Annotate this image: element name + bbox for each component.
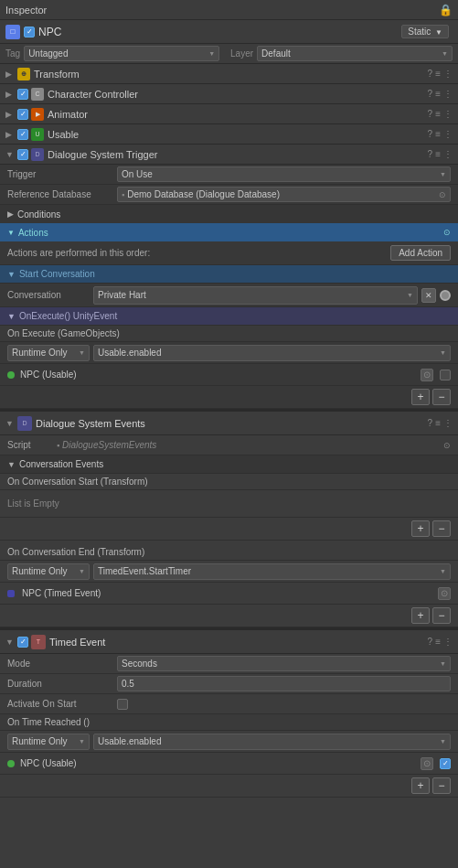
dialogue-help-icon[interactable]: ? [428,149,433,159]
timed-settings-icon[interactable]: ≡ [435,637,441,647]
charcontroller-expand-icon[interactable]: ▶ [5,90,15,99]
timed-runtime-row: Runtime Only ▼ Usable.enabled ▼ [0,731,458,753]
lock-icon[interactable]: 🔒 [439,4,453,16]
ref-db-label: Reference Database [7,189,117,199]
usable-settings-icon[interactable]: ≡ [435,129,441,139]
timed-npc-target-icon[interactable]: ⊙ [421,757,433,770]
conv-start-remove-button[interactable]: − [432,520,451,537]
charcontroller-checkbox[interactable]: ✓ [17,89,28,100]
animator-label: Animator [48,109,428,120]
timed-event-icon: T [31,635,46,649]
component-row-transform: ▶ ⊕ Transform ? ≡ ⋮ [0,64,458,84]
component-row-charcontroller: ▶ ✓ C Character Controller ? ≡ ⋮ [0,84,458,104]
conv-end-add-button[interactable]: + [411,607,430,624]
transform-help-icon[interactable]: ? [428,69,433,79]
npc-timed-target-icon[interactable]: ⊙ [438,587,451,600]
ref-db-link-icon[interactable]: ⊙ [439,190,446,199]
on-execute-arrow-icon[interactable]: ▼ [7,312,16,321]
script-value: ▪ DialogueSystemEvents [57,440,440,450]
conversation-label: Conversation [7,290,90,300]
conversation-dropdown[interactable]: Private Hart ▼ [93,286,418,305]
ref-db-row: Reference Database ▪ Demo Database (Dial… [0,185,458,205]
trigger-dropdown[interactable]: On Use ▼ [117,166,451,182]
transform-settings-icon[interactable]: ≡ [435,69,441,79]
events-settings-icon[interactable]: ≡ [435,418,441,428]
conv-end-remove-button[interactable]: − [432,607,451,624]
dialogue-expand-icon[interactable]: ▼ [5,150,15,159]
static-button[interactable]: Static ▼ [401,25,449,38]
npc-usable-row: NPC (Usable) ⊙ [0,364,458,386]
npc-usable-checkbox[interactable] [440,370,451,380]
conversation-clear-button[interactable]: ✕ [421,288,436,303]
usable-enabled-dropdown[interactable]: Usable.enabled ▼ [93,345,451,361]
conv-start-add-button[interactable]: + [411,520,430,537]
timed-help-icon[interactable]: ? [428,637,433,647]
dialogue-events-title: Dialogue System Events [36,418,428,429]
mode-dropdown[interactable]: Seconds ▼ [117,656,451,671]
duration-input[interactable]: 0.5 [117,676,451,691]
transform-label: Transform [34,69,428,80]
timed-expand-icon[interactable]: ▼ [5,638,15,647]
dialogue-settings-icon[interactable]: ≡ [435,149,441,159]
dialogue-label: Dialogue System Trigger [48,149,428,160]
npc-enabled-checkbox[interactable]: ✓ [24,27,35,38]
timed-event-runtime-row: Runtime Only ▼ TimedEvent.StartTimer ▼ [0,561,458,583]
animator-help-icon[interactable]: ? [428,109,433,119]
animator-actions: ? ≡ ⋮ [428,109,453,119]
dialogue-dots-icon[interactable]: ⋮ [443,149,453,159]
timed-dots-icon[interactable]: ⋮ [443,637,453,647]
animator-dots-icon[interactable]: ⋮ [443,109,453,119]
layer-dropdown[interactable]: Default ▼ [257,46,453,61]
usable-checkbox[interactable]: ✓ [17,129,28,140]
script-link-icon[interactable]: ⊙ [443,441,451,450]
events-dots-icon[interactable]: ⋮ [443,418,453,428]
actions-arrow-icon[interactable]: ▼ [7,229,15,237]
start-conv-label: Start Conversation [19,269,95,279]
ref-db-dropdown[interactable]: ▪ Demo Database (Dialogue Database) ⊙ [117,187,451,202]
trigger-section: Trigger On Use ▼ Reference Database ▪ De… [0,165,458,409]
timed-event-title: Timed Event [49,637,428,648]
animator-expand-icon[interactable]: ▶ [5,110,15,119]
dialogue-checkbox[interactable]: ✓ [17,149,28,160]
timed-event-method-dropdown[interactable]: TimedEvent.StartTimer ▼ [93,563,451,580]
actions-link-icon[interactable]: ⊙ [443,228,451,237]
timed-event-checkbox[interactable]: ✓ [17,637,28,648]
activate-checkbox[interactable] [117,699,128,710]
on-execute-title-row: On Execute (GameObjects) [0,326,458,342]
conv-events-arrow-icon[interactable]: ▼ [7,460,16,469]
usable-dots-icon[interactable]: ⋮ [443,129,453,139]
npc-name: NPC [38,26,401,38]
add-action-button[interactable]: Add Action [390,245,451,261]
animator-settings-icon[interactable]: ≡ [435,109,441,119]
actions-remove-button[interactable]: − [432,389,451,405]
timed-add-button[interactable]: + [411,777,430,794]
npc-target-icon[interactable]: ⊙ [421,369,433,381]
timed-npc-check[interactable]: ✓ [440,758,451,769]
actions-order-row: Actions are performed in this order: Add… [0,241,458,265]
trigger-row: Trigger On Use ▼ [0,165,458,185]
timed-time-runtime-dropdown[interactable]: Runtime Only ▼ [7,734,90,750]
charcontroller-actions: ? ≡ ⋮ [428,89,453,99]
usable-help-icon[interactable]: ? [428,129,433,139]
events-help-icon[interactable]: ? [428,418,433,428]
charcontroller-settings-icon[interactable]: ≡ [435,89,441,99]
usable-expand-icon[interactable]: ▶ [5,130,15,139]
dialogue-events-header[interactable]: ▼ D Dialogue System Events ? ≡ ⋮ [0,412,458,435]
charcontroller-help-icon[interactable]: ? [428,89,433,99]
transform-expand-icon[interactable]: ▶ [5,70,15,79]
runtime-dropdown[interactable]: Runtime Only ▼ [7,345,90,361]
conditions-row[interactable]: ▶ Conditions [0,205,458,223]
timed-runtime-dropdown[interactable]: Runtime Only ▼ [7,563,90,580]
actions-add-button[interactable]: + [411,389,430,405]
transform-dots-icon[interactable]: ⋮ [443,69,453,79]
dialogue-icon: D [31,148,44,161]
timed-usable-enabled-dropdown[interactable]: Usable.enabled ▼ [93,734,451,750]
layer-label: Layer [230,48,253,59]
start-conv-arrow-icon[interactable]: ▼ [7,270,16,279]
charcontroller-dots-icon[interactable]: ⋮ [443,89,453,99]
timed-remove-button[interactable]: − [432,777,451,794]
tag-dropdown[interactable]: Untagged ▼ [24,46,219,61]
animator-checkbox[interactable]: ✓ [17,109,28,120]
charcontroller-label: Character Controller [48,89,428,100]
green-dot-icon [7,371,15,379]
